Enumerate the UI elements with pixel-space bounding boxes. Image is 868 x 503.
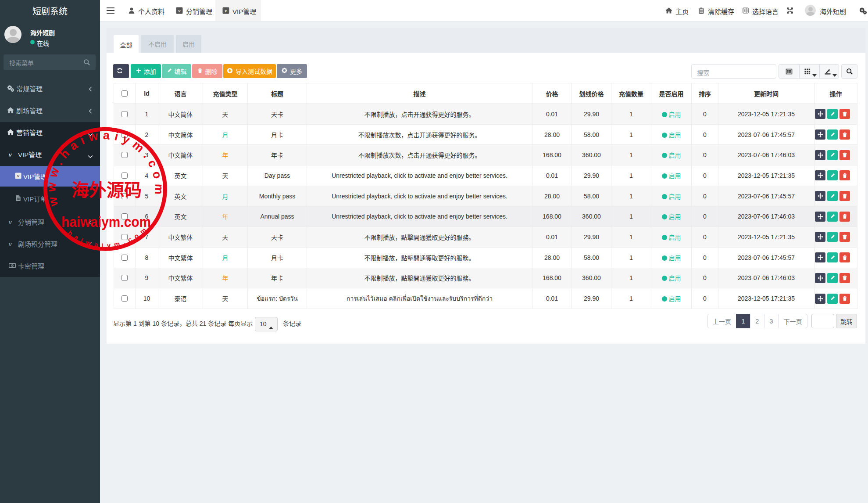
svg-text:v: v — [225, 8, 227, 13]
svg-text:v: v — [179, 8, 181, 13]
svg-text:v: v — [17, 173, 19, 178]
svg-text:$: $ — [12, 264, 13, 267]
